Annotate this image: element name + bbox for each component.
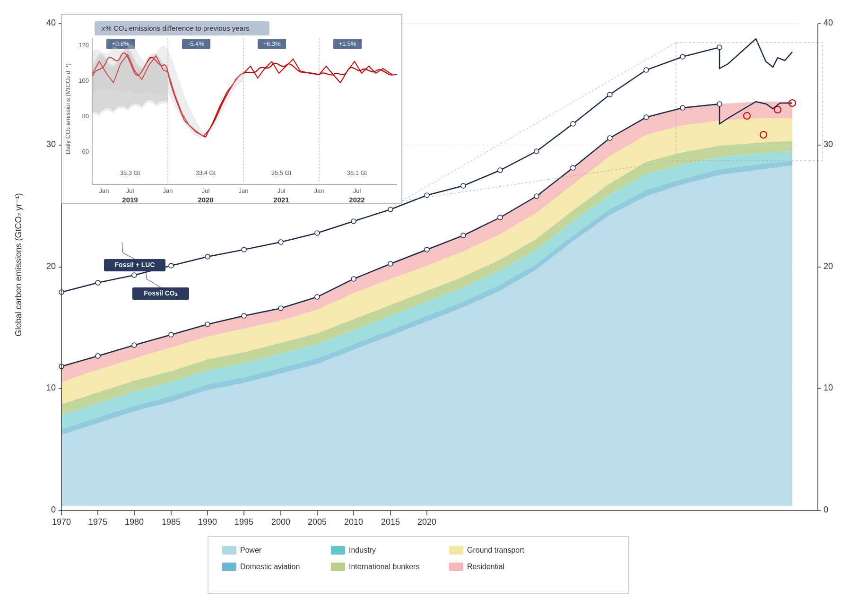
svg-text:0: 0 [824,505,828,514]
svg-rect-153 [222,563,236,571]
svg-text:Power: Power [240,546,262,554]
chart-container: 0 10 20 30 40 Global carbon emissions (G… [0,0,841,616]
svg-text:2005: 2005 [308,517,327,527]
svg-text:1970: 1970 [52,517,71,527]
svg-text:Industry: Industry [349,546,376,554]
svg-text:60: 60 [82,148,89,155]
svg-point-42 [461,183,466,188]
svg-point-17 [388,261,393,266]
svg-point-16 [351,277,356,281]
svg-rect-149 [331,546,345,555]
svg-point-18 [425,247,429,252]
svg-text:x%: x% [101,24,112,32]
svg-text:40: 40 [46,18,56,27]
svg-text:Jul: Jul [202,187,210,194]
svg-text:Jul: Jul [353,187,361,194]
svg-text:2010: 2010 [344,517,363,527]
svg-text:2015: 2015 [381,517,400,527]
svg-point-10 [132,343,137,347]
svg-text:+1.5%: +1.5% [338,40,356,47]
svg-text:Fossil + LUC: Fossil + LUC [114,261,155,269]
svg-text:10: 10 [824,383,833,392]
svg-text:33.4 Gt: 33.4 Gt [196,169,216,176]
svg-text:1995: 1995 [234,517,253,527]
svg-point-21 [534,194,539,199]
svg-point-19 [461,233,466,238]
svg-text:Jul: Jul [277,187,286,194]
svg-point-25 [680,105,685,110]
svg-text:0: 0 [51,505,56,514]
svg-text:100: 100 [78,77,89,84]
svg-point-34 [169,263,173,268]
svg-text:1985: 1985 [162,517,181,527]
svg-text:+6.3%: +6.3% [263,40,281,47]
svg-rect-157 [449,563,463,571]
svg-text:2020: 2020 [417,517,436,527]
svg-text:Global carbon emissions (GtCO₂: Global carbon emissions (GtCO₂ yr⁻¹) [14,193,23,336]
svg-text:36.1 Gt: 36.1 Gt [347,169,367,176]
svg-text:CO₂ emissions difference to pr: CO₂ emissions difference to previous yea… [113,24,250,32]
svg-rect-155 [331,563,345,571]
svg-text:20: 20 [46,261,56,271]
svg-point-15 [315,295,320,299]
svg-text:Domestic aviation: Domestic aviation [240,563,300,571]
svg-point-26 [717,102,722,106]
svg-point-12 [205,322,210,327]
svg-point-37 [278,240,283,244]
svg-point-44 [534,149,539,154]
svg-text:1975: 1975 [88,517,107,527]
svg-point-11 [169,332,173,337]
svg-text:30: 30 [46,139,56,149]
svg-text:40: 40 [824,18,833,27]
svg-point-45 [571,121,575,126]
svg-text:International bunkers: International bunkers [349,563,419,571]
svg-point-43 [498,168,503,173]
svg-text:2000: 2000 [271,517,290,527]
svg-text:30: 30 [824,139,833,149]
svg-text:1980: 1980 [125,517,144,527]
svg-text:120: 120 [78,42,89,49]
svg-text:20: 20 [824,261,833,271]
svg-point-13 [242,313,246,318]
svg-text:2021: 2021 [273,196,289,204]
svg-text:35.3 Gt: 35.3 Gt [120,169,140,176]
svg-point-32 [95,280,100,285]
svg-point-9 [95,354,100,358]
svg-point-14 [278,306,283,311]
svg-point-46 [607,92,612,97]
svg-text:Jan: Jan [314,187,324,194]
svg-text:1990: 1990 [198,517,217,527]
svg-text:Daily CO₂ emissions (MtCO₂ d⁻¹: Daily CO₂ emissions (MtCO₂ d⁻¹) [64,63,71,154]
svg-text:Residential: Residential [467,563,504,571]
svg-text:-5.4%: -5.4% [188,40,204,47]
svg-point-39 [351,219,356,224]
svg-point-20 [498,215,503,220]
svg-text:35.5 Gt: 35.5 Gt [271,169,292,176]
svg-point-38 [315,231,320,235]
svg-text:80: 80 [82,113,89,120]
svg-text:Ground transport: Ground transport [467,546,525,554]
svg-point-40 [388,207,393,212]
svg-point-35 [205,254,210,259]
svg-text:10: 10 [46,383,56,392]
svg-point-36 [242,247,246,252]
svg-text:2019: 2019 [122,196,138,204]
svg-point-48 [680,54,685,59]
svg-text:Jan: Jan [163,187,173,194]
svg-point-24 [644,115,649,120]
svg-point-23 [607,136,612,140]
svg-text:Fossil CO₂: Fossil CO₂ [144,289,177,297]
svg-text:+0.8%: +0.8% [112,40,130,47]
svg-text:2022: 2022 [349,196,364,204]
svg-point-33 [132,273,137,278]
svg-text:Jul: Jul [126,187,134,194]
svg-point-49 [717,45,722,50]
svg-text:Jan: Jan [99,187,109,194]
svg-rect-147 [222,546,236,555]
svg-point-47 [644,68,649,72]
svg-rect-151 [449,546,463,555]
svg-text:2020: 2020 [198,196,213,204]
svg-point-22 [571,165,575,170]
svg-text:Jan: Jan [239,187,249,194]
